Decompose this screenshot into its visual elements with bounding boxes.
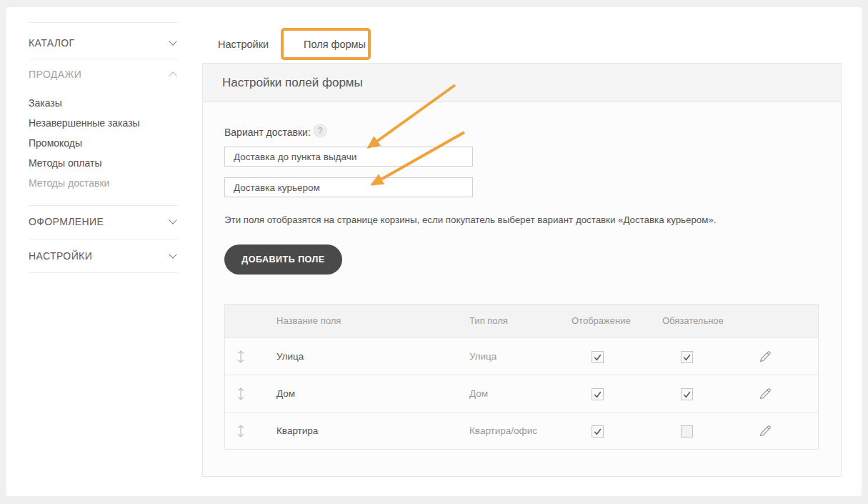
- display-checkbox[interactable]: [592, 388, 604, 400]
- chevron-up-icon: [169, 71, 176, 79]
- chevron-down-icon: [169, 37, 176, 45]
- field-name-cell: Квартира: [276, 412, 318, 450]
- sidebar-section-sales[interactable]: ПРОДАЖИ: [29, 63, 179, 86]
- drag-handle-icon[interactable]: [235, 385, 246, 402]
- field-name-cell: Дом: [276, 375, 295, 412]
- panel-title: Настройки полей формы: [222, 64, 363, 102]
- required-checkbox[interactable]: [681, 425, 693, 438]
- sidebar-item[interactable]: Заказы: [29, 93, 179, 113]
- table-row: ДомДом: [225, 375, 818, 412]
- edit-pencil-icon[interactable]: [758, 387, 772, 401]
- sidebar-section-design[interactable]: ОФОРМЛЕНИЕ: [29, 210, 179, 233]
- sidebar-divider: [29, 22, 179, 23]
- edit-pencil-icon[interactable]: [758, 350, 772, 364]
- table-header-row: Название поля Тип поля Отображение Обяза…: [225, 305, 818, 337]
- delivery-option-pickup[interactable]: Доставка до пункта выдачи: [224, 147, 473, 167]
- table-rows: УлицаУлицаДомДомКвартираКвартира/офис: [225, 337, 818, 449]
- table-row: КвартираКвартира/офис: [225, 412, 818, 449]
- drag-handle-icon[interactable]: [235, 423, 246, 440]
- field-type-cell: Квартира/офис: [469, 412, 537, 450]
- sidebar-section-label: КАТАЛОГ: [29, 37, 75, 49]
- fields-note-text: Эти поля отобразятся на странице корзины…: [224, 214, 817, 227]
- sidebar-section-catalog[interactable]: КАТАЛОГ: [29, 31, 179, 54]
- tab-form-fields[interactable]: Поля формы: [304, 39, 366, 50]
- sidebar-divider: [29, 205, 179, 206]
- column-header-display: Отображение: [572, 305, 631, 337]
- sidebar-divider: [29, 239, 179, 239]
- sidebar-subitems: ЗаказыНезавершенные заказыПромокодыМетод…: [29, 93, 179, 193]
- field-type-cell: Улица: [469, 338, 497, 375]
- column-header-name: Название поля: [276, 305, 341, 337]
- delivery-variant-label: Вариант доставки:: [224, 127, 311, 138]
- sidebar-section-label: НАСТРОЙКИ: [29, 250, 92, 262]
- sidebar-divider: [29, 59, 179, 59]
- edit-pencil-icon[interactable]: [758, 424, 772, 438]
- field-name-cell: Улица: [276, 338, 304, 375]
- drag-handle-icon[interactable]: [235, 348, 246, 365]
- display-checkbox[interactable]: [592, 351, 604, 363]
- panel-header: Настройки полей формы: [203, 64, 841, 102]
- sidebar-item[interactable]: Методы оплаты: [29, 153, 179, 173]
- sidebar-divider: [29, 272, 179, 273]
- chevron-down-icon: [169, 250, 176, 258]
- required-checkbox[interactable]: [681, 388, 693, 400]
- table-row: УлицаУлица: [225, 337, 818, 375]
- fields-table: Название поля Тип поля Отображение Обяза…: [224, 304, 819, 450]
- column-header-required: Обязательное: [662, 305, 724, 337]
- sidebar-section-label: ОФОРМЛЕНИЕ: [29, 216, 104, 227]
- column-header-type: Тип поля: [469, 305, 508, 337]
- tab-settings[interactable]: Настройки: [218, 39, 269, 50]
- delivery-option-courier[interactable]: Доставка курьером: [224, 177, 473, 197]
- add-field-button[interactable]: ДОБАВИТЬ ПОЛЕ: [224, 244, 342, 275]
- sidebar-item[interactable]: Незавершенные заказы: [29, 113, 179, 133]
- sidebar-section-label: ПРОДАЖИ: [29, 69, 81, 80]
- sidebar-section-settings[interactable]: НАСТРОЙКИ: [29, 244, 179, 267]
- display-checkbox[interactable]: [592, 425, 604, 438]
- sidebar-item[interactable]: Методы доставки: [29, 173, 179, 193]
- field-type-cell: Дом: [469, 375, 488, 412]
- form-fields-panel: Настройки полей формы Вариант доставки: …: [202, 63, 842, 477]
- required-checkbox[interactable]: [681, 351, 693, 363]
- chevron-down-icon: [169, 216, 176, 224]
- app-card: КАТАЛОГ ПРОДАЖИ ЗаказыНезавершенные зака…: [6, 7, 862, 496]
- help-icon[interactable]: ?: [313, 124, 327, 138]
- sidebar-item[interactable]: Промокоды: [29, 133, 179, 153]
